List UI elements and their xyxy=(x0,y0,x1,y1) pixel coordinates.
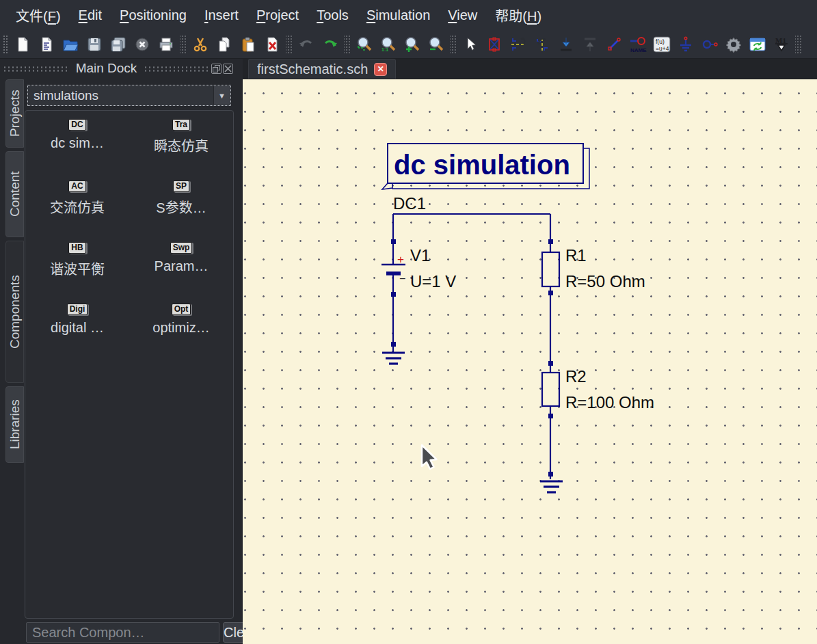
menu-edit[interactable]: Edit xyxy=(70,3,111,27)
dc-simulation-block[interactable]: dc simulation DC1 xyxy=(382,144,589,213)
menu-tools[interactable]: Tools xyxy=(308,3,358,27)
component-r2-resistor[interactable]: R2 R=100 Ohm xyxy=(542,367,654,412)
component-category-select[interactable]: simulations ▼ xyxy=(27,85,231,106)
save-icon[interactable] xyxy=(83,33,105,56)
view-data-display-icon[interactable] xyxy=(746,33,768,56)
component-item-parameter-sweep[interactable]: Swp Param… xyxy=(129,241,233,299)
component-badge-icon: HB xyxy=(68,242,85,254)
sidebar-tab-content[interactable]: Content xyxy=(5,151,24,237)
copy-icon[interactable] xyxy=(213,33,235,56)
toolbar-separator xyxy=(286,35,292,54)
sidebar-tab-libraries[interactable]: Libraries xyxy=(5,386,24,463)
component-item-s-parameter[interactable]: SP S参数… xyxy=(129,179,233,238)
simulate-gear-icon[interactable] xyxy=(722,33,745,56)
tab-firstschematic[interactable]: firstSchematic.sch ✕ xyxy=(248,59,396,79)
search-components-input[interactable] xyxy=(26,622,219,643)
tab-label: firstSchematic.sch xyxy=(257,62,368,77)
close-document-icon[interactable] xyxy=(131,33,153,56)
menu-file[interactable]: 文件(F) xyxy=(7,1,70,29)
toolbar-drag-handle[interactable] xyxy=(3,35,8,54)
insert-marker-icon[interactable]: M1 xyxy=(770,33,792,56)
sim-block-name: DC1 xyxy=(393,194,426,213)
component-badge-icon: Opt xyxy=(172,304,191,315)
ground-symbol-right[interactable] xyxy=(540,481,563,492)
component-item-optimization[interactable]: Opt optimiz… xyxy=(129,302,233,361)
menu-positioning[interactable]: Positioning xyxy=(111,3,196,27)
toolbar: 1:1 NAME f(u)=u+4 M1 xyxy=(0,30,817,59)
print-icon[interactable] xyxy=(155,33,177,56)
v1-name: V1 xyxy=(410,246,430,265)
undo-icon[interactable] xyxy=(295,33,317,56)
ground-symbol-left[interactable] xyxy=(382,353,405,364)
menu-help[interactable]: 帮助(H) xyxy=(486,1,550,29)
main-dock-titlebar[interactable]: Main Dock xyxy=(0,59,236,78)
schematic-canvas[interactable]: dc simulation DC1 + − V1 U=1 V xyxy=(243,79,817,644)
menu-view[interactable]: View xyxy=(439,3,486,27)
toolbar-separator xyxy=(450,35,456,54)
rotate-icon[interactable] xyxy=(531,33,553,56)
toolbar-separator xyxy=(180,35,186,54)
insert-wire-icon[interactable] xyxy=(602,33,625,56)
component-item-harmonic-balance[interactable]: HB 谐波平衡 xyxy=(25,241,129,299)
svg-text:f(u): f(u) xyxy=(656,38,665,45)
svg-text:1:1: 1:1 xyxy=(381,47,388,52)
open-folder-icon[interactable] xyxy=(59,33,81,56)
sidebar-tab-projects[interactable]: Projects xyxy=(5,79,24,148)
component-badge-icon: DC xyxy=(68,119,85,131)
dock-titlebar-texture xyxy=(144,66,210,72)
paste-icon[interactable] xyxy=(237,33,259,56)
component-badge-icon: AC xyxy=(68,180,85,192)
v1-value: U=1 V xyxy=(410,272,456,291)
toolbar-separator xyxy=(795,35,801,54)
cut-icon[interactable] xyxy=(189,33,211,56)
sidebar-tab-components[interactable]: Components xyxy=(5,241,24,383)
insert-ground-icon[interactable] xyxy=(674,33,697,56)
chevron-down-icon[interactable]: ▼ xyxy=(213,86,230,105)
zoom-out-icon[interactable] xyxy=(425,33,447,56)
tab-close-icon[interactable]: ✕ xyxy=(374,63,387,76)
component-item-ac-simulation[interactable]: AC 交流仿真 xyxy=(25,179,129,238)
pop-out-icon[interactable] xyxy=(578,33,601,56)
go-into-subcircuit-icon[interactable] xyxy=(554,33,577,56)
component-item-dc-simulation[interactable]: DC dc sim… xyxy=(25,118,129,176)
zoom-1-1-icon[interactable]: 1:1 xyxy=(377,33,399,56)
menu-project[interactable]: Project xyxy=(247,3,308,27)
menu-bar: 文件(F) Edit Positioning Insert Project To… xyxy=(0,0,817,30)
svg-text:=u+4: =u+4 xyxy=(656,45,669,52)
delete-mode-icon[interactable] xyxy=(483,33,505,56)
dock-titlebar-texture xyxy=(3,66,69,72)
r1-value: R=50 Ohm xyxy=(565,272,645,291)
dock-side-tabs: Projects Content Components Libraries xyxy=(5,79,24,463)
new-file-icon[interactable] xyxy=(11,33,34,56)
r2-value: R=100 Ohm xyxy=(565,393,654,412)
dock-float-button[interactable] xyxy=(211,64,222,74)
minus-sign: − xyxy=(399,273,405,284)
document-tabbar: firstSchematic.sch ✕ xyxy=(243,59,817,79)
menu-insert[interactable]: Insert xyxy=(196,3,247,27)
component-badge-icon: Swp xyxy=(170,242,193,254)
zoom-fit-icon[interactable] xyxy=(353,33,375,56)
component-badge-icon: Digi xyxy=(67,304,88,315)
r2-name: R2 xyxy=(565,367,587,386)
component-r1-resistor[interactable]: R1 R=50 Ohm xyxy=(542,246,645,291)
new-text-file-icon[interactable] xyxy=(35,33,57,56)
insert-wire-label-icon[interactable]: NAME xyxy=(626,33,649,56)
component-badge-icon: SP xyxy=(173,180,189,192)
component-item-digital-simulation[interactable]: Digi digital … xyxy=(25,302,129,361)
dock-close-button[interactable] xyxy=(223,64,233,74)
select-pointer-icon[interactable] xyxy=(459,33,481,56)
save-all-icon[interactable] xyxy=(107,33,129,56)
mouse-cursor xyxy=(422,445,437,469)
menu-simulation[interactable]: Simulation xyxy=(358,3,439,27)
category-selected-value: simulations xyxy=(28,88,213,103)
toolbar-separator xyxy=(344,35,350,54)
component-list: DC dc sim… Tra 瞬态仿真 AC 交流仿真 SP S参数… HB 谐… xyxy=(25,110,234,619)
insert-equation-icon[interactable]: f(u)=u+4 xyxy=(650,33,673,56)
mirror-x-axis-icon[interactable] xyxy=(507,33,529,56)
redo-icon[interactable] xyxy=(319,33,341,56)
delete-document-icon[interactable] xyxy=(260,33,283,56)
component-item-transient-simulation[interactable]: Tra 瞬态仿真 xyxy=(129,118,233,176)
svg-text:NAME: NAME xyxy=(630,47,647,53)
zoom-in-icon[interactable] xyxy=(401,33,423,56)
insert-port-icon[interactable] xyxy=(698,33,721,56)
